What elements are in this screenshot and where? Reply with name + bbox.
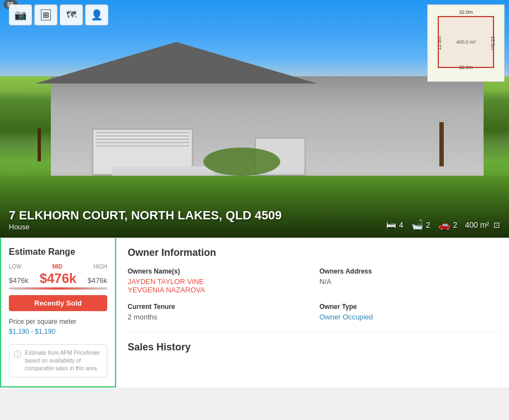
current-tenure-field: Current Tenure 2 months (128, 303, 306, 321)
estimate-low-value: $476k (9, 276, 28, 285)
estimate-values: $476k $476k $476k (9, 271, 107, 286)
floorplan-inner: 32.0m 32.0m 12.5m 12.5m 400.0 m² (431, 8, 501, 78)
property-type: House (9, 223, 282, 231)
person-button[interactable]: 👤 (85, 4, 108, 25)
map-icon: 🗺 (66, 9, 76, 21)
bed-icon: 🛏 (386, 219, 396, 231)
high-label: HIGH (93, 264, 107, 270)
beds-count: 4 (399, 221, 403, 229)
camera-icon: 📷 (14, 9, 27, 21)
owners-address-field: Owners Address N/A (319, 267, 498, 294)
car-icon: 🚗 (438, 219, 450, 231)
land-area: 400 m² (465, 221, 489, 229)
price-sqm-label: Price per square meter (9, 318, 107, 326)
owner-type-field: Owner Type Owner Occupied (319, 303, 498, 321)
info-icon: ⓘ (14, 350, 22, 360)
owner-info-title: Owner Information (128, 247, 498, 259)
main-content: Estimate Range LOW MID HIGH $476k $476k … (0, 238, 509, 387)
tree-right (425, 122, 458, 166)
address-bar: 7 ELKHORN COURT, NORTH LAKES, QLD 4509 H… (0, 203, 509, 238)
mid-label: MID (53, 264, 62, 270)
cars-feature: 🚗 2 (438, 219, 458, 231)
estimate-title: Estimate Range (9, 247, 107, 257)
current-tenure-label: Current Tenure (128, 303, 306, 311)
person-icon: 👤 (91, 9, 103, 21)
map-button[interactable]: 🗺 (60, 4, 83, 25)
estimate-note: ⓘ Estimate from APM Pricefinder based on… (9, 344, 107, 377)
owner-type-label: Owner Type (319, 303, 498, 311)
camera-button[interactable]: 📷 (9, 4, 32, 25)
address-text: 7 ELKHORN COURT, NORTH LAKES, QLD 4509 H… (9, 208, 282, 231)
info-panel: Owner Information Owners Name(s) JAYDEN … (116, 238, 509, 387)
current-tenure-value: 2 months (128, 313, 306, 321)
estimate-note-text: Estimate from APM Pricefinder based on a… (25, 349, 102, 372)
bath-icon: 🛁 (411, 219, 423, 231)
cars-count: 2 (453, 221, 458, 229)
recently-sold-button[interactable]: Recently Sold (9, 295, 107, 311)
hero-tools: 55 📷 ⊞ 🗺 👤 (4, 4, 108, 25)
floorplan-button[interactable]: ⊞ (34, 4, 57, 25)
owner-info-grid: Owners Name(s) JAYDEN TAYLOR VINE YEVGEN… (128, 267, 498, 321)
tree-left (25, 128, 53, 161)
owners-address-label: Owners Address (319, 267, 498, 275)
baths-count: 2 (426, 221, 431, 229)
floorplan-rect: 400.0 m² (438, 16, 494, 68)
floorplan-dim-top: 32.0m (459, 9, 473, 15)
floorplan-icon: ⊞ (41, 9, 51, 20)
estimate-panel: Estimate Range LOW MID HIGH $476k $476k … (0, 238, 116, 387)
low-label: LOW (9, 264, 22, 270)
estimate-mid-value: $476k (40, 271, 77, 286)
land-feature: 400 m² ⊡ (465, 221, 500, 229)
property-features: 🛏 4 🛁 2 🚗 2 400 m² ⊡ (386, 219, 500, 231)
baths-feature: 🛁 2 (411, 219, 431, 231)
beds-feature: 🛏 4 (386, 219, 403, 231)
section-divider (128, 332, 498, 333)
land-icon: ⊡ (494, 221, 500, 229)
house-roof (35, 42, 317, 83)
owners-name-field: Owners Name(s) JAYDEN TAYLOR VINE YEVGEN… (128, 267, 306, 294)
floorplan-map: 32.0m 32.0m 12.5m 12.5m 400.0 m² (427, 4, 505, 82)
estimate-range-labels: LOW MID HIGH (9, 264, 107, 270)
owners-name-2: YEVGENIA NAZAROVA (128, 286, 306, 294)
owners-name-label: Owners Name(s) (128, 267, 306, 275)
owner-type-value: Owner Occupied (319, 313, 498, 321)
estimate-high-value: $476k (88, 276, 107, 285)
price-sqm-value: $1,190 - $1,190 (9, 328, 107, 335)
owners-name-1: JAYDEN TAYLOR VINE (128, 277, 306, 286)
range-bar (9, 287, 107, 290)
photo-count-container: 55 📷 (4, 4, 32, 25)
sales-history-title: Sales History (128, 342, 498, 353)
address-main: 7 ELKHORN COURT, NORTH LAKES, QLD 4509 (9, 208, 282, 223)
hero-section: 55 📷 ⊞ 🗺 👤 32.0m 32.0m 12.5m 12.5m 400.0… (0, 0, 509, 238)
owners-address-value: N/A (319, 277, 498, 286)
floorplan-area-label: 400.0 m² (456, 39, 476, 45)
